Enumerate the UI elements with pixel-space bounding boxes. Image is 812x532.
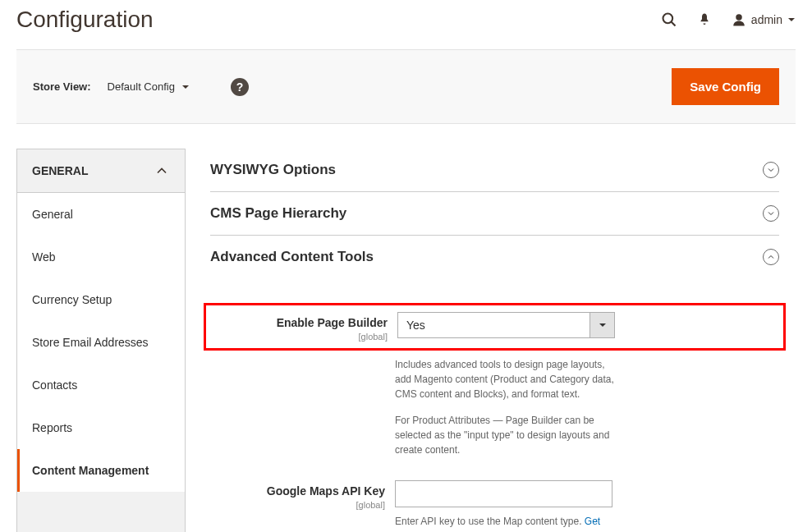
- chevron-down-icon: [763, 162, 779, 178]
- chevron-up-icon: [763, 249, 779, 265]
- page-title: Configuration: [16, 7, 154, 33]
- sidebar-item-label: Store Email Addresses: [32, 336, 149, 349]
- save-config-button[interactable]: Save Config: [672, 68, 779, 105]
- note-text: Enter API key to use the Map content typ…: [395, 516, 585, 527]
- store-view-select[interactable]: Default Config: [108, 80, 190, 93]
- google-maps-api-key-label: Google Maps API Key: [267, 484, 385, 498]
- sidebar-item-web[interactable]: Web: [17, 236, 185, 278]
- svg-point-2: [736, 14, 742, 21]
- chevron-down-icon: [787, 16, 796, 24]
- section-advanced-content-tools[interactable]: Advanced Content Tools: [210, 236, 779, 278]
- sidebar-item-label: General: [32, 208, 73, 221]
- enable-page-builder-highlight: Enable Page Builder [global] Yes: [204, 303, 786, 351]
- sidebar-item-label: Contacts: [32, 378, 77, 392]
- enable-page-builder-select[interactable]: Yes: [397, 312, 615, 338]
- chevron-up-icon: [154, 163, 170, 179]
- svg-line-1: [671, 22, 675, 26]
- sidebar-item-label: Currency Setup: [32, 293, 112, 306]
- sidebar-group-general[interactable]: GENERAL: [17, 149, 185, 193]
- store-view-value: Default Config: [108, 80, 175, 93]
- help-icon[interactable]: ?: [231, 78, 249, 96]
- sidebar-item-label: Web: [32, 250, 56, 264]
- sidebar-item-contacts[interactable]: Contacts: [17, 364, 185, 406]
- sidebar-item-reports[interactable]: Reports: [17, 406, 185, 449]
- sidebar-item-label: Reports: [32, 421, 72, 434]
- section-title: WYSIWYG Options: [210, 162, 336, 178]
- sidebar-group-title: GENERAL: [32, 164, 88, 177]
- enable-page-builder-label: Enable Page Builder: [277, 316, 388, 329]
- user-label: admin: [751, 13, 782, 26]
- section-title: CMS Page Hierarchy: [210, 205, 346, 222]
- field-scope: [global]: [213, 332, 388, 342]
- store-view-label: Store View:: [33, 80, 91, 93]
- sidebar-item-store-email-addresses[interactable]: Store Email Addresses: [17, 321, 185, 364]
- google-maps-api-key-input[interactable]: [395, 480, 612, 507]
- sidebar-item-currency-setup[interactable]: Currency Setup: [17, 278, 185, 321]
- config-sidebar: GENERAL General Web Currency Setup Store…: [16, 149, 186, 532]
- notifications-icon[interactable]: [697, 12, 712, 27]
- search-icon[interactable]: [661, 11, 677, 28]
- enable-page-builder-note-1: Includes advanced tools to design page l…: [395, 357, 621, 401]
- sidebar-item-general[interactable]: General: [17, 193, 185, 236]
- svg-point-0: [663, 14, 672, 24]
- field-scope: [global]: [210, 500, 385, 510]
- sidebar-item-label: Content Management: [32, 464, 149, 477]
- enable-page-builder-note-2: For Product Attributes — Page Builder ca…: [395, 413, 621, 457]
- section-cms-page-hierarchy[interactable]: CMS Page Hierarchy: [210, 192, 779, 236]
- select-value: Yes: [397, 312, 590, 338]
- get-api-key-link[interactable]: Get: [585, 516, 600, 527]
- chevron-down-icon: [763, 205, 779, 222]
- sidebar-item-content-management[interactable]: Content Management: [17, 449, 185, 492]
- chevron-down-icon: [590, 312, 615, 338]
- google-maps-api-key-note: Enter API key to use the Map content typ…: [395, 514, 621, 529]
- chevron-down-icon: [181, 83, 190, 91]
- section-title: Advanced Content Tools: [210, 249, 374, 265]
- user-account-menu[interactable]: admin: [732, 12, 796, 27]
- section-wysiwyg-options[interactable]: WYSIWYG Options: [210, 149, 779, 192]
